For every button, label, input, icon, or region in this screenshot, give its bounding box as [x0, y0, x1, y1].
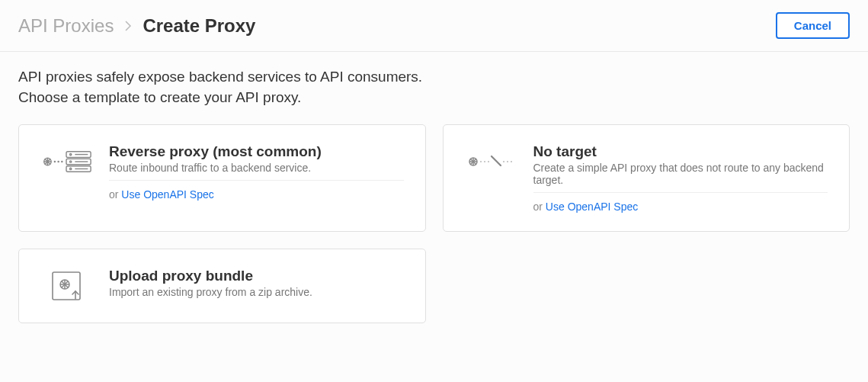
card-title: Upload proxy bundle: [109, 268, 404, 284]
card-body: Reverse proxy (most common) Route inboun…: [109, 143, 404, 213]
card-description: Import an existing proxy from a zip arch…: [109, 286, 404, 298]
reverse-proxy-icon: [40, 143, 92, 180]
chevron-right-icon: [124, 15, 132, 37]
intro-text: API proxies safely expose backend servic…: [18, 67, 850, 108]
card-title: No target: [533, 143, 828, 160]
svg-point-26: [503, 161, 504, 162]
card-upload-bundle[interactable]: Upload proxy bundle Import an existing p…: [18, 249, 426, 323]
or-text: or: [533, 201, 546, 213]
page-header: API Proxies Create Proxy Cancel: [0, 0, 868, 52]
svg-point-5: [54, 162, 55, 162]
use-openapi-link[interactable]: Use OpenAPI Spec: [121, 188, 213, 201]
svg-point-6: [58, 162, 59, 162]
svg-point-22: [480, 161, 482, 162]
svg-point-15: [70, 168, 72, 169]
card-reverse-proxy[interactable]: Reverse proxy (most common) Route inboun…: [18, 124, 426, 232]
svg-point-27: [507, 161, 508, 162]
breadcrumb-current: Create Proxy: [143, 15, 255, 37]
card-no-target[interactable]: No target Create a simple API proxy that…: [443, 124, 850, 232]
card-or-row: or Use OpenAPI Spec: [533, 192, 828, 213]
or-text: or: [109, 188, 121, 201]
card-title: Reverse proxy (most common): [109, 143, 404, 160]
svg-point-12: [70, 161, 72, 162]
upload-bundle-icon: [40, 268, 92, 304]
intro-line-1: API proxies safely expose backend servic…: [18, 67, 850, 88]
card-body: No target Create a simple API proxy that…: [533, 143, 828, 213]
no-target-icon: [465, 143, 517, 180]
svg-point-23: [484, 161, 485, 162]
card-description: Create a simple API proxy that does not …: [533, 162, 828, 186]
use-openapi-link[interactable]: Use OpenAPI Spec: [546, 201, 638, 213]
svg-line-25: [492, 156, 501, 165]
content-area: API proxies safely expose backend servic…: [0, 52, 868, 339]
template-grid: Reverse proxy (most common) Route inboun…: [18, 124, 850, 323]
intro-line-2: Choose a template to create your API pro…: [18, 88, 850, 108]
svg-point-24: [488, 161, 489, 162]
card-or-row: or Use OpenAPI Spec: [109, 180, 404, 201]
breadcrumb: API Proxies Create Proxy: [18, 15, 255, 37]
svg-point-9: [70, 154, 72, 156]
cancel-button[interactable]: Cancel: [776, 12, 850, 39]
breadcrumb-parent-link[interactable]: API Proxies: [18, 15, 114, 37]
svg-point-7: [62, 162, 62, 162]
svg-point-28: [511, 161, 512, 162]
card-description: Route inbound traffic to a backend servi…: [109, 162, 404, 174]
card-body: Upload proxy bundle Import an existing p…: [109, 268, 404, 304]
